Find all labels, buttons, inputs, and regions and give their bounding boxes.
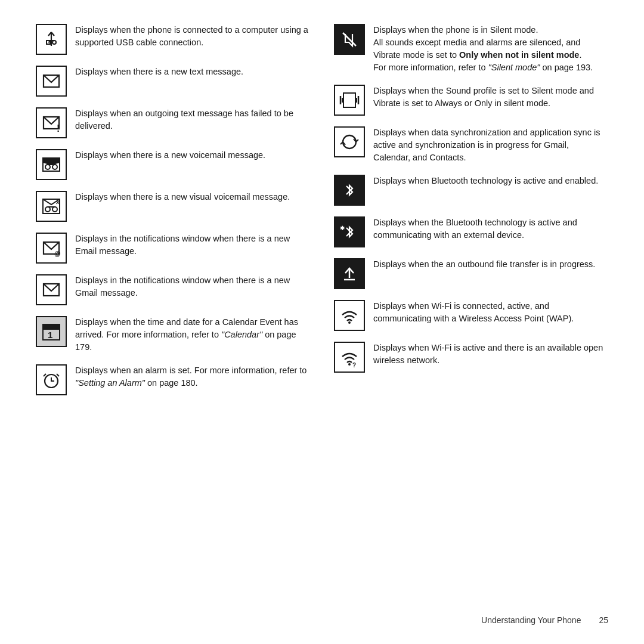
wifi-desc: Displays when Wi-Fi is connected, active… [373,300,608,325]
list-item: Displays when the an outbound file trans… [334,258,608,289]
svg-text:✕: ✕ [55,200,60,206]
voicemail-icon [36,149,67,180]
list-item: Displays when the phone is in Silent mod… [334,24,608,74]
list-item: Displays when the phone is connected to … [36,24,310,55]
email-desc: Displays in the notifications window whe… [75,233,310,258]
sync-icon [334,126,365,157]
voicemail-desc: Displays when there is a new voicemail m… [75,149,310,162]
footer: Understanding Your Phone 25 [36,608,608,626]
bluetooth-desc: Displays when Bluetooth technology is ac… [373,175,608,187]
left-column: Displays when the phone is connected to … [36,24,310,608]
sms-desc: Displays when there is a new text messag… [75,66,310,78]
content-columns: Displays when the phone is connected to … [36,24,608,608]
list-item: Displays when Wi-Fi is connected, active… [334,300,608,331]
list-item: ! Displays when an outgoing text message… [36,107,310,138]
bluetooth-active-desc: Displays when the Bluetooth technology i… [373,216,608,242]
visual-voicemail-icon: ✕ [36,191,67,222]
chapter-title: Understanding Your Phone [481,614,581,626]
email-icon: @ [36,233,67,264]
list-item: @ Displays in the notifications window w… [36,233,310,264]
bluetooth-icon [334,175,365,206]
svg-rect-17 [43,324,60,330]
svg-point-27 [348,363,351,366]
sms-icon [36,66,67,97]
list-item: Displays when an alarm is set. For more … [36,364,310,395]
visual-voicemail-desc: Displays when there is a new visual voic… [75,191,310,203]
upload-desc: Displays when the an outbound file trans… [373,258,608,271]
list-item: Displays when data synchronization and a… [334,126,608,164]
svg-point-7 [52,165,57,169]
gmail-icon [36,274,67,305]
vibrate-icon [334,85,365,116]
svg-text:1: 1 [48,330,52,340]
list-item: 1 Displays when the time and date for a … [36,316,310,354]
svg-point-11 [52,207,57,212]
svg-text:!: ! [57,123,60,133]
list-item: Displays when there is a new voicemail m… [36,149,310,180]
bluetooth-active-icon: ✱ [334,216,365,247]
sms-fail-desc: Displays when an outgoing text message h… [75,107,310,132]
list-item: Displays when the Sound profile is set t… [334,85,608,116]
sync-desc: Displays when data synchronization and a… [373,126,608,164]
svg-text:@: @ [54,250,61,257]
list-item: ? Displays when Wi-Fi is active and ther… [334,342,608,373]
right-column: Displays when the phone is in Silent mod… [334,24,608,608]
page: Displays when the phone is connected to … [0,0,644,644]
alarm-desc: Displays when an alarm is set. For more … [75,364,310,389]
list-item: ✱ Displays when the Bluetooth technology… [334,216,608,247]
gmail-desc: Displays in the notifications window whe… [75,274,310,299]
svg-text:?: ? [352,362,356,367]
silent-desc: Displays when the phone is in Silent mod… [373,24,608,74]
upload-icon [334,258,365,289]
list-item: Displays in the notifications window whe… [36,274,310,305]
svg-rect-21 [343,93,355,107]
svg-point-10 [45,207,50,212]
calendar-icon: 1 [36,316,67,347]
wifi-open-icon: ? [334,342,365,373]
alarm-icon [36,364,67,395]
silent-icon [334,24,365,55]
list-item: Displays when there is a new text messag… [36,66,310,97]
usb-desc: Displays when the phone is connected to … [75,24,310,49]
page-number: 25 [599,614,608,626]
svg-text:✱: ✱ [340,225,345,231]
vibrate-desc: Displays when the Sound profile is set t… [373,85,608,110]
wifi-open-desc: Displays when Wi-Fi is active and there … [373,342,608,367]
calendar-desc: Displays when the time and date for a Ca… [75,316,310,354]
list-item: Displays when Bluetooth technology is ac… [334,175,608,206]
wifi-icon [334,300,365,331]
usb-icon [36,24,67,55]
svg-point-26 [348,321,351,324]
svg-point-6 [45,165,50,169]
list-item: ✕ Displays when there is a new visual vo… [36,191,310,222]
sms-fail-icon: ! [36,107,67,138]
